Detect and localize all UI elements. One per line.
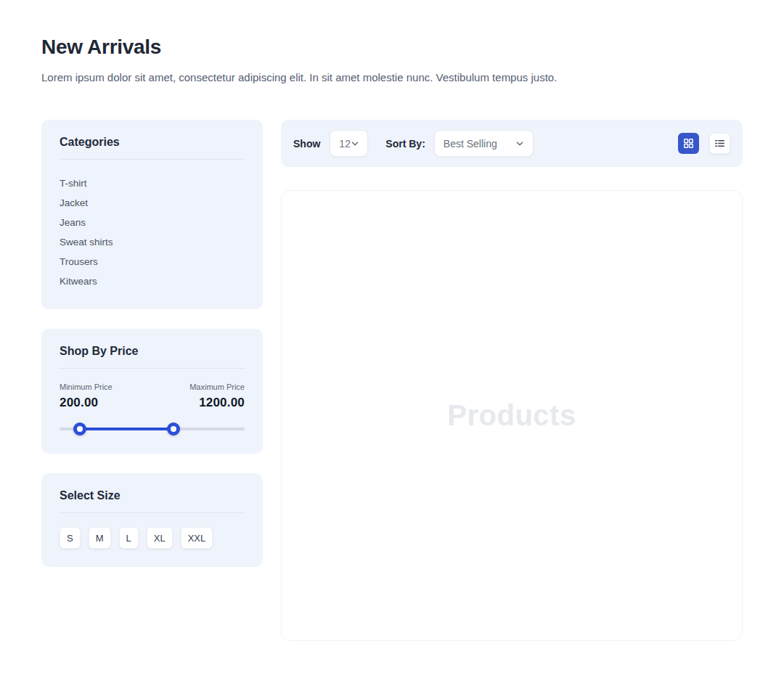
max-price-block: Maximum Price 1200.00	[189, 383, 245, 410]
size-button-m[interactable]: M	[89, 527, 111, 549]
price-values-row: Minimum Price 200.00 Maximum Price 1200.…	[60, 383, 245, 410]
divider	[60, 368, 245, 369]
main-column: Show 12 Sort By: Best Selling	[281, 120, 743, 641]
products-area: Products	[281, 190, 743, 641]
max-price-value: 1200.00	[189, 396, 245, 410]
size-filter-title: Select Size	[60, 489, 245, 502]
results-toolbar: Show 12 Sort By: Best Selling	[281, 120, 743, 167]
slider-handle-min[interactable]	[73, 422, 86, 436]
max-price-label: Maximum Price	[189, 383, 245, 391]
filter-sidebar: Categories T-shirt Jacket Jeans Sweat sh…	[41, 120, 263, 567]
chevron-down-icon	[351, 139, 359, 148]
min-price-value: 200.00	[60, 396, 113, 410]
categories-title: Categories	[60, 136, 245, 149]
slider-handle-max[interactable]	[167, 422, 180, 436]
chevron-down-icon	[515, 139, 524, 148]
divider	[60, 512, 245, 513]
size-filter-panel: Select Size S M L XL XXL	[41, 473, 263, 567]
category-item-sweat-shirts[interactable]: Sweat shirts	[60, 232, 245, 252]
price-filter-title: Shop By Price	[60, 345, 245, 358]
category-item-kitwears[interactable]: Kitwears	[60, 271, 245, 291]
sort-by-label: Sort By:	[385, 138, 425, 150]
category-item-tshirt[interactable]: T-shirt	[60, 173, 245, 193]
show-count-select[interactable]: 12	[330, 130, 368, 157]
size-options-row: S M L XL XXL	[60, 527, 245, 549]
min-price-label: Minimum Price	[60, 383, 113, 391]
price-range-slider[interactable]	[60, 422, 245, 436]
content-area: Categories T-shirt Jacket Jeans Sweat sh…	[41, 120, 743, 641]
list-view-icon	[714, 137, 726, 150]
size-button-xxl[interactable]: XXL	[181, 527, 213, 549]
category-item-jeans[interactable]: Jeans	[60, 213, 245, 232]
show-count-value: 12	[339, 138, 351, 150]
list-view-button[interactable]	[709, 133, 730, 154]
category-item-jacket[interactable]: Jacket	[60, 193, 245, 213]
slider-active-range	[80, 428, 173, 430]
page-subtitle: Lorem ipsum dolor sit amet, consectetur …	[41, 70, 743, 85]
category-item-trousers[interactable]: Trousers	[60, 252, 245, 271]
size-button-xl[interactable]: XL	[147, 527, 173, 549]
page-title: New Arrivals	[41, 35, 743, 60]
products-placeholder: Products	[447, 399, 576, 432]
categories-panel: Categories T-shirt Jacket Jeans Sweat sh…	[41, 120, 263, 309]
grid-view-button[interactable]	[678, 133, 699, 154]
grid-view-icon	[682, 137, 695, 150]
divider	[60, 159, 245, 160]
min-price-block: Minimum Price 200.00	[60, 383, 113, 410]
price-filter-panel: Shop By Price Minimum Price 200.00 Maxim…	[41, 329, 263, 454]
category-list: T-shirt Jacket Jeans Sweat shirts Trouse…	[60, 173, 245, 291]
new-arrivals-page: New Arrivals Lorem ipsum dolor sit amet,…	[0, 0, 784, 641]
size-button-s[interactable]: S	[60, 527, 81, 549]
size-button-l[interactable]: L	[119, 527, 139, 549]
sort-by-select[interactable]: Best Selling	[434, 130, 534, 157]
show-label: Show	[293, 138, 320, 150]
sort-by-value: Best Selling	[444, 138, 497, 150]
